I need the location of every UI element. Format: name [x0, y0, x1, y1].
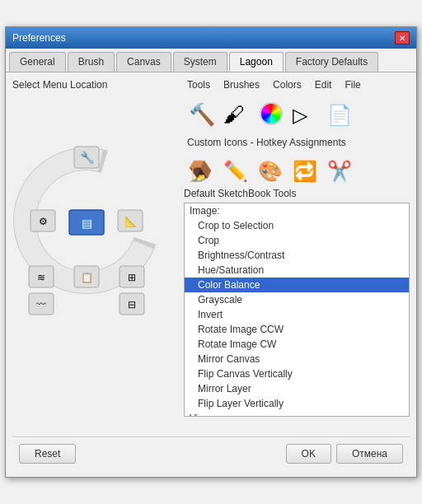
tab-lagoon[interactable]: Lagoon: [229, 52, 284, 72]
svg-text:🎨: 🎨: [258, 159, 283, 183]
arrow-icon[interactable]: ▷: [291, 99, 321, 128]
svg-text:🪤: 🪤: [188, 159, 213, 183]
ok-button[interactable]: OK: [286, 444, 331, 464]
svg-text:📋: 📋: [81, 271, 93, 283]
tab-general[interactable]: General: [9, 52, 66, 72]
tab-canvas[interactable]: Canvas: [116, 52, 171, 72]
paint-bucket-icon[interactable]: 🎨: [256, 155, 286, 184]
reset-button[interactable]: Reset: [19, 444, 76, 464]
main-area: Select Menu Location 🔧 📐: [12, 79, 410, 433]
svg-text:✏️: ✏️: [223, 159, 248, 183]
list-item[interactable]: Flip Layer Vertically: [185, 396, 409, 411]
hammer-icon[interactable]: 🔨: [187, 99, 217, 128]
menu-file[interactable]: File: [345, 79, 360, 91]
tab-system[interactable]: System: [173, 52, 227, 72]
list-item[interactable]: Brightness/Contrast: [185, 248, 409, 263]
tab-content: Select Menu Location 🔧 📐: [6, 72, 416, 477]
svg-text:▷: ▷: [293, 104, 308, 126]
tools-section-label: Default SketchBook Tools: [184, 188, 410, 199]
wheel-area: 🔧 📐 📋 ⚙ ▤: [12, 97, 161, 344]
tab-brush[interactable]: Brush: [68, 52, 115, 72]
bottom-bar: Reset OK Отмена: [12, 436, 410, 470]
window-title: Preferences: [12, 32, 66, 44]
lasso-icon[interactable]: 🪤: [187, 155, 217, 184]
menu-colors[interactable]: Colors: [273, 79, 302, 91]
svg-text:📐: 📐: [124, 215, 137, 227]
svg-text:▤: ▤: [82, 217, 92, 230]
brush-icon[interactable]: 🖌: [222, 99, 251, 128]
top-icon-row: 🔨 🖌 ▷ 📄: [184, 96, 410, 132]
bottom-icon-row: 🪤 ✏️ 🎨 🔁 ✂️: [184, 152, 410, 188]
menu-location-label: Select Menu Location: [12, 79, 177, 91]
ok-cancel-group: OK Отмена: [286, 444, 403, 464]
close-button[interactable]: ✕: [395, 31, 410, 44]
title-bar-buttons: ✕: [395, 31, 410, 44]
svg-text:📄: 📄: [327, 103, 352, 127]
svg-text:〰: 〰: [36, 299, 46, 310]
menu-brushes[interactable]: Brushes: [223, 79, 260, 91]
color-wheel-icon[interactable]: [260, 102, 283, 125]
left-panel: Select Menu Location 🔧 📐: [12, 79, 177, 433]
tools-list[interactable]: Image:Crop to SelectionCropBrightness/Co…: [184, 203, 410, 417]
title-bar: Preferences ✕: [6, 27, 416, 49]
list-item[interactable]: Crop to Selection: [185, 218, 409, 233]
preferences-window: Preferences ✕ General Brush Canvas Syste…: [5, 26, 417, 478]
list-item[interactable]: Rotate Image CW: [185, 337, 409, 352]
svg-text:⊞: ⊞: [128, 272, 136, 283]
icon-menu-bar: Tools Brushes Colors Edit File: [184, 79, 410, 91]
list-item[interactable]: Crop: [185, 233, 409, 248]
menu-tools[interactable]: Tools: [187, 79, 210, 91]
svg-text:✂️: ✂️: [327, 159, 352, 183]
list-item[interactable]: Rotate Image CCW: [185, 322, 409, 337]
pen-icon[interactable]: ✏️: [222, 155, 251, 184]
custom-icons-label: Custom Icons - Hotkey Assignments: [184, 137, 410, 148]
list-item[interactable]: Image:: [185, 203, 409, 218]
document-icon[interactable]: 📄: [326, 99, 355, 128]
svg-text:🖌: 🖌: [223, 102, 245, 127]
list-item[interactable]: Flip Canvas Vertically: [185, 366, 409, 381]
cancel-button[interactable]: Отмена: [336, 444, 403, 464]
tab-factory-defaults[interactable]: Factory Defaults: [285, 52, 378, 72]
menu-edit[interactable]: Edit: [315, 79, 332, 91]
scissors-icon[interactable]: ✂️: [326, 155, 355, 184]
list-item[interactable]: Hue/Saturation: [185, 263, 409, 278]
svg-text:≋: ≋: [37, 272, 45, 283]
list-item[interactable]: View:: [185, 411, 409, 417]
list-item[interactable]: Color Balance: [185, 278, 409, 292]
list-item[interactable]: Grayscale: [185, 292, 409, 307]
svg-text:⚙: ⚙: [39, 216, 48, 227]
svg-text:⊟: ⊟: [128, 299, 136, 310]
svg-text:🔧: 🔧: [80, 151, 95, 165]
transform-icon[interactable]: 🔁: [291, 155, 321, 184]
list-item[interactable]: Mirror Canvas: [185, 352, 409, 366]
svg-text:🔨: 🔨: [189, 101, 215, 128]
right-panel: Tools Brushes Colors Edit File 🔨 🖌: [184, 79, 410, 433]
wheel-svg: 🔧 📐 📋 ⚙ ▤: [12, 105, 161, 336]
list-item[interactable]: Invert: [185, 307, 409, 322]
svg-text:🔁: 🔁: [293, 159, 317, 183]
tabs-row: General Brush Canvas System Lagoon Facto…: [6, 49, 416, 72]
list-item[interactable]: Mirror Layer: [185, 381, 409, 396]
